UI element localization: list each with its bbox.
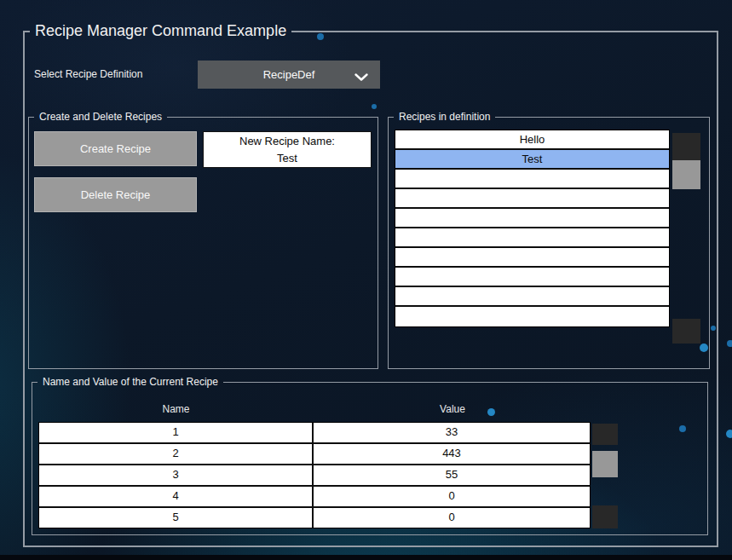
cell-value: 443: [314, 444, 590, 464]
list-item[interactable]: [395, 248, 669, 268]
select-recipe-definition-label: Select Recipe Definition: [34, 68, 142, 80]
recipes-scrollbar-track-bottom[interactable]: [672, 319, 700, 344]
recipes-scrollbar-thumb[interactable]: [672, 160, 700, 189]
create-delete-group-title: Create and Delete Recipes: [34, 111, 167, 123]
chevron-down-icon: [354, 71, 368, 84]
list-item[interactable]: [395, 228, 669, 248]
new-recipe-name-field[interactable]: New Recipe Name: Test: [203, 131, 372, 168]
decor-dot: [726, 430, 732, 438]
decor-dot: [317, 33, 324, 40]
table-scrollbar-track-top[interactable]: [592, 424, 618, 445]
page-title: Recipe Manager Command Example: [30, 22, 291, 40]
bottom-edge-strip: [0, 555, 732, 560]
decor-dot: [487, 408, 495, 416]
list-item[interactable]: [395, 209, 669, 228]
delete-recipe-button-label: Delete Recipe: [81, 188, 151, 201]
decor-dot: [372, 104, 377, 109]
new-recipe-name-value: Test: [277, 150, 297, 167]
new-recipe-name-label: New Recipe Name:: [239, 133, 335, 150]
cell-value: 33: [314, 423, 590, 442]
cell-value: 0: [314, 487, 590, 506]
list-item[interactable]: Test: [395, 150, 669, 170]
decor-dot: [727, 340, 732, 347]
decor-dot: [711, 326, 716, 331]
recipe-table[interactable]: 13324433554050: [38, 422, 591, 528]
cell-name: 5: [39, 508, 314, 528]
current-recipe-group-title: Name and Value of the Current Recipe: [37, 376, 223, 388]
list-item[interactable]: [395, 307, 669, 326]
cell-name: 3: [39, 465, 314, 485]
recipes-list[interactable]: HelloTest: [395, 130, 670, 327]
recipes-scrollbar-track-top[interactable]: [672, 133, 700, 160]
column-header-name: Name: [38, 403, 314, 415]
list-item[interactable]: Hello: [395, 130, 669, 150]
table-row[interactable]: 133: [39, 423, 590, 444]
table-row[interactable]: 50: [39, 508, 590, 528]
recipe-definition-dropdown[interactable]: RecipeDef: [198, 61, 380, 89]
delete-recipe-button[interactable]: Delete Recipe: [34, 177, 197, 212]
column-header-value: Value: [314, 403, 591, 415]
table-row[interactable]: 355: [39, 465, 590, 487]
list-item[interactable]: [395, 170, 669, 189]
cell-name: 4: [39, 487, 314, 506]
decor-dot: [679, 425, 686, 432]
list-item[interactable]: [395, 287, 669, 307]
table-row[interactable]: 2443: [39, 444, 590, 465]
decor-dot: [700, 344, 708, 352]
table-scrollbar-thumb[interactable]: [592, 451, 618, 477]
list-item[interactable]: [395, 189, 669, 209]
table-scrollbar-track-bottom[interactable]: [592, 505, 618, 528]
recipe-definition-selected-value: RecipeDef: [263, 68, 315, 81]
create-recipe-button-label: Create Recipe: [80, 142, 151, 155]
cell-value: 0: [314, 508, 590, 528]
table-row[interactable]: 40: [39, 487, 590, 508]
list-item[interactable]: [395, 268, 669, 287]
cell-name: 1: [39, 423, 314, 442]
cell-value: 55: [314, 465, 590, 485]
cell-name: 2: [39, 444, 314, 464]
recipes-group-title: Recipes in definition: [394, 111, 495, 123]
create-recipe-button[interactable]: Create Recipe: [34, 131, 197, 166]
